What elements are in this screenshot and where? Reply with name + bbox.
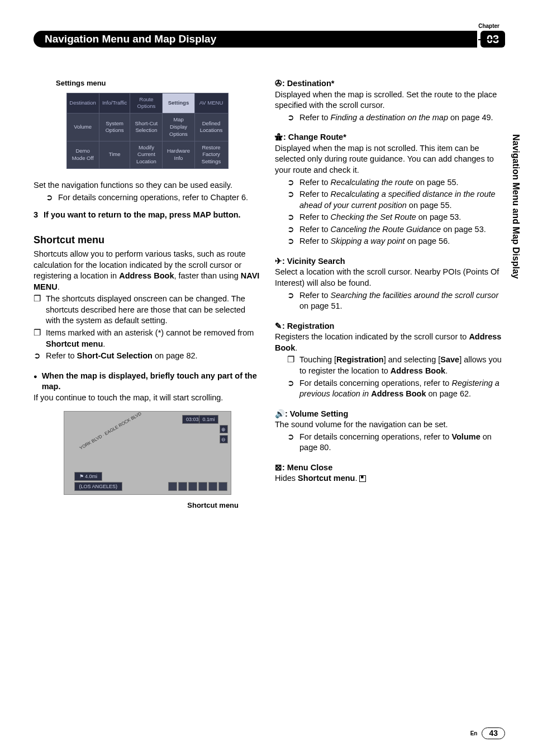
destination-text: Displayed when the map is scrolled. Set … [275, 89, 502, 111]
map-city: (LOS ANGELES) [74, 482, 123, 491]
settings-ref-bullet: ➲ For details concerning operations, ref… [46, 192, 261, 204]
shortcut-note-2: ❐ Items marked with an asterisk (*) cann… [34, 328, 261, 349]
shortcut-note-1: ❐ The shortcuts displayed onscreen can b… [34, 294, 261, 327]
route-ref-3: ➲Refer to Checking the Set Route on page… [287, 212, 502, 223]
vicinity-heading: ✈: Vicinity Search [275, 256, 502, 267]
registration-heading: ✎: Registration [275, 321, 502, 332]
left-column: Settings menu Destination Info/Traffic R… [34, 78, 261, 511]
change-route-icon: 🛣 [275, 133, 283, 141]
shortcut-note-1-text: The shortcuts displayed onscreen can be … [46, 294, 261, 327]
settings-menu-screenshot: Destination Info/Traffic Route Options S… [66, 93, 229, 169]
volume-heading: 🔊: Volume Setting [275, 409, 502, 420]
shortcut-btn-5 [208, 482, 217, 491]
map-scale: 0.1mi [199, 415, 218, 424]
opt-hardware-info: Hardware Info [163, 141, 194, 168]
refer-arrow-icon: ➲ [287, 212, 295, 223]
registration-note: ❐ Touching [Registration] and selecting … [287, 355, 502, 376]
page-title: Navigation Menu and Map Display [34, 31, 477, 48]
tab-route-options: Route Options [130, 93, 163, 114]
destination-ref-text: Refer to Finding a destination on the ma… [299, 112, 493, 124]
opt-shortcut-selection: Short-Cut Selection [130, 114, 163, 141]
refer-arrow-icon: ➲ [287, 112, 295, 124]
registration-icon: ✎ [275, 322, 282, 330]
note-box-icon: ❐ [34, 294, 41, 327]
end-mark-icon [359, 475, 366, 482]
route-ref-5: ➲Refer to Skipping a way point on page 5… [287, 236, 502, 247]
shortcut-intro: Shortcuts allow you to perform various t… [34, 249, 261, 292]
vicinity-icon: ✈ [275, 257, 282, 266]
refer-arrow-icon: ➲ [287, 236, 295, 247]
tab-destination: Destination [66, 93, 99, 114]
refer-arrow-icon: ➲ [287, 290, 295, 312]
settings-menu-heading: Settings menu [56, 78, 261, 88]
shortcut-menu-heading: Shortcut menu [34, 233, 261, 247]
zoom-out-icon: ⊖ [220, 435, 228, 443]
opt-system-options: System Options [99, 114, 130, 141]
opt-modify-location: Modify Current Location [130, 141, 163, 168]
map-briefly-touch-text: When the map is displayed, briefly touch… [42, 371, 261, 393]
shortcut-btn-3 [188, 482, 197, 491]
menu-close-icon: ⊠ [275, 463, 282, 472]
map-distance: ⚑ 4.0mi [74, 472, 103, 481]
settings-intro-text: Set the navigation functions so they can… [34, 180, 261, 191]
note-box-icon: ❐ [287, 355, 295, 376]
menu-close-heading: ⊠: Menu Close [275, 462, 502, 474]
route-ref-2: ➲Refer to Recalculating a specified dist… [287, 189, 502, 211]
registration-ref: ➲ For details concerning operations, ref… [287, 378, 502, 400]
shortcut-btn-2 [178, 482, 187, 491]
opt-time: Time [99, 141, 130, 168]
refer-arrow-icon: ➲ [34, 351, 41, 362]
refer-arrow-icon: ➲ [46, 192, 54, 204]
shortcut-ref-text: Refer to Short-Cut Selection on page 82. [46, 351, 198, 362]
map-screenshot: YORK BLVD · EAGLE ROCK BLVD 03:03 0.1mi … [64, 411, 231, 495]
step-3-text: If you want to return to the map, press … [44, 210, 241, 221]
opt-demo-mode: Demo Mode Off [66, 141, 99, 168]
tab-av-menu: AV MENU [194, 93, 228, 114]
opt-volume: Volume [66, 114, 99, 141]
bullet-dot-icon: ● [34, 372, 37, 393]
step-number: 3 [34, 210, 38, 221]
settings-ref-text: For details concerning operations, refer… [58, 192, 248, 204]
tab-info-traffic: Info/Traffic [99, 93, 130, 114]
opt-restore-factory: Restore Factory Settings [194, 141, 228, 168]
tab-settings: Settings [163, 93, 194, 114]
shortcut-btn-6 [218, 482, 227, 491]
destination-icon: ✇ [275, 79, 282, 88]
map-roads: YORK BLVD · EAGLE ROCK BLVD [78, 411, 142, 452]
menu-close-text: Hides Shortcut menu. [275, 473, 502, 484]
shortcut-ref: ➲ Refer to Short-Cut Selection on page 8… [34, 351, 261, 362]
map-briefly-touch-lead: ● When the map is displayed, briefly tou… [34, 371, 261, 393]
shortcut-note-2-text: Items marked with an asterisk (*) cannot… [46, 328, 261, 349]
change-route-heading: 🛣: Change Route* [275, 132, 502, 143]
route-ref-1: ➲Refer to Recalculating the route on pag… [287, 177, 502, 188]
refer-arrow-icon: ➲ [287, 224, 295, 235]
refer-arrow-icon: ➲ [287, 177, 295, 188]
opt-map-display: Map Display Options [163, 114, 194, 141]
refer-arrow-icon: ➲ [287, 189, 295, 211]
refer-arrow-icon: ➲ [287, 378, 295, 400]
shortcut-buttons [168, 482, 227, 491]
route-ref-4: ➲Refer to Canceling the Route Guidance o… [287, 224, 502, 235]
vicinity-text: Select a location with the scroll cursor… [275, 267, 502, 289]
vicinity-ref: ➲Refer to Searching the facilities aroun… [287, 290, 502, 312]
registration-text: Registers the location indicated by the … [275, 332, 502, 353]
opt-defined-locations: Defined Locations [194, 114, 228, 141]
destination-heading: ✇: Destination* [275, 78, 502, 89]
shortcut-menu-caption: Shortcut menu [34, 500, 261, 511]
volume-text: The sound volume for the navigation can … [275, 419, 502, 431]
page-number: 43 [482, 727, 505, 739]
chapter-label: Chapter [478, 22, 499, 30]
side-section-label: Navigation Menu and Map Display [510, 134, 522, 279]
lang-label: En [470, 730, 478, 738]
step-3: 3 If you want to return to the map, pres… [34, 210, 261, 221]
volume-icon: 🔊 [275, 409, 285, 418]
refer-arrow-icon: ➲ [287, 432, 295, 453]
note-box-icon: ❐ [34, 328, 41, 349]
shortcut-btn-1 [168, 482, 177, 491]
map-scroll-note: If you continue to touch the map, it wil… [34, 393, 261, 404]
right-column: ✇: Destination* Displayed when the map i… [275, 78, 502, 511]
volume-ref: ➲ For details concerning operations, ref… [287, 432, 502, 453]
destination-ref: ➲ Refer to Finding a destination on the … [287, 112, 502, 124]
zoom-in-icon: ⊕ [220, 425, 228, 433]
shortcut-btn-4 [198, 482, 207, 491]
